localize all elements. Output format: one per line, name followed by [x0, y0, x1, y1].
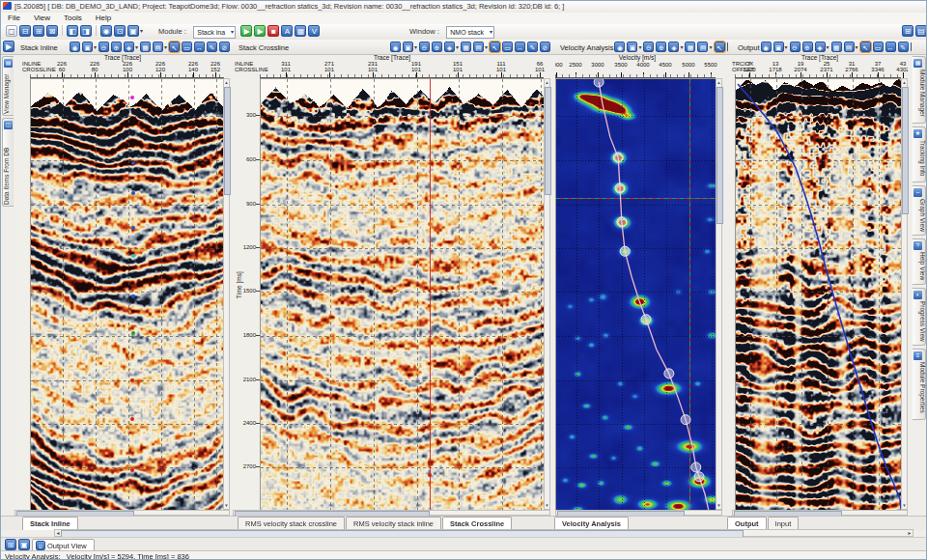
main-hscrollbar[interactable]: ◄► [54, 529, 913, 537]
run-flow-icon[interactable]: ▶ [3, 41, 14, 52]
run-all-icon[interactable]: ▶ [254, 25, 266, 37]
p2-dropdown-arrow-icon[interactable]: ▾ [485, 42, 488, 53]
p2-plot-settings-icon[interactable]: ▤ [473, 42, 484, 52]
p4-pointer-tool-icon[interactable]: ↖ [860, 42, 871, 52]
tab-stack-crossline[interactable]: Stack Crossline [442, 517, 512, 530]
velocity-view-icon[interactable]: V [308, 25, 320, 37]
menu-item-view[interactable]: View [27, 13, 57, 24]
restore-layout-icon[interactable]: ⊞ [902, 25, 913, 37]
p4-plot-settings-icon[interactable]: ▤ [844, 42, 855, 52]
tab-velocity-analysis[interactable]: Velocity Analysis [554, 517, 629, 530]
stack-crossline-display[interactable] [260, 78, 546, 512]
p4-pan-tool-icon[interactable]: ↔ [885, 42, 896, 52]
p2-refresh-display-icon[interactable]: ◉ [390, 42, 401, 52]
p2-grid-view-icon[interactable]: ▦ [461, 42, 471, 52]
p1-dropdown-arrow-icon[interactable]: ▾ [135, 42, 138, 53]
close-window-icon[interactable]: ⊠ [46, 25, 58, 37]
p2-pencil-tool-icon[interactable]: ✎ [527, 42, 538, 52]
output-display[interactable] [735, 78, 903, 512]
right-tab-progress-view[interactable]: ◐Progress View [913, 288, 926, 346]
p3-zoom-out-icon[interactable]: ⊖ [643, 42, 654, 52]
p2-pan-tool-icon[interactable]: ↔ [515, 42, 525, 52]
p3-zoom-options-icon[interactable]: ◈ [668, 42, 679, 52]
view-panel-icon[interactable]: ▣ [18, 539, 30, 550]
cascade-windows-icon[interactable]: ⊞ [33, 25, 44, 37]
p3-plot-settings-icon[interactable]: ▤ [697, 42, 708, 52]
p4-measure-tool-icon[interactable]: ⊘ [911, 42, 912, 52]
p4-rect-select-icon[interactable]: ▭ [873, 42, 884, 52]
stack-crossline-vscrollbar[interactable]: ▲▼ [544, 78, 550, 510]
p4-zoom-out-icon[interactable]: ⊖ [790, 42, 801, 52]
p1-plot-settings-icon[interactable]: ▤ [153, 42, 163, 52]
display-settings-icon[interactable]: ▣ [127, 25, 139, 37]
p1-dropdown-arrow-icon[interactable]: ▾ [164, 42, 167, 53]
p1-dropdown-arrow-icon[interactable]: ▾ [94, 42, 97, 53]
velocity-vscrollbar[interactable]: ▲▼ [716, 78, 722, 510]
p4-dropdown-arrow-icon[interactable]: ▾ [856, 42, 858, 53]
p2-zoom-out-icon[interactable]: ⊖ [419, 42, 430, 52]
panel-menu-icon[interactable]: ▤ [915, 25, 927, 37]
p3-dropdown-arrow-icon[interactable]: ▾ [638, 42, 641, 53]
dropdown-arrow-icon[interactable]: ▾ [140, 25, 143, 37]
p4-zoom-in-icon[interactable]: ⊕ [802, 42, 813, 52]
tile-windows-icon[interactable]: ⊟ [19, 25, 31, 37]
p3-dropdown-arrow-icon[interactable]: ▾ [709, 42, 712, 53]
p3-rect-select-icon[interactable]: ▭ [727, 42, 729, 52]
p1-pencil-tool-icon[interactable]: ✎ [207, 42, 217, 52]
p1-zoom-in-icon[interactable]: ⊕ [111, 42, 122, 52]
p4-grid-view-icon[interactable]: ▦ [831, 42, 842, 52]
module-select[interactable]: Stack ina [193, 26, 236, 39]
p1-refresh-display-icon[interactable]: ◉ [70, 42, 80, 52]
snapshot-icon[interactable]: ◉ [100, 25, 112, 37]
p4-pencil-tool-icon[interactable]: ✎ [898, 42, 909, 52]
step-forward-icon[interactable]: ◧ [67, 25, 78, 37]
p4-zoom-options-icon[interactable]: ◈ [815, 42, 826, 52]
p1-display-settings-icon[interactable]: ▣ [82, 42, 93, 52]
right-tab-module-manager[interactable]: ▦Module Manager [913, 56, 926, 124]
step-back-icon[interactable]: ◨ [80, 25, 92, 37]
p4-dropdown-arrow-icon[interactable]: ▾ [827, 42, 829, 53]
p2-display-settings-icon[interactable]: ▣ [403, 42, 413, 52]
window-layout-icon[interactable]: ⊞ [5, 539, 16, 550]
p4-refresh-display-icon[interactable]: ◉ [761, 42, 772, 52]
stop-flow-icon[interactable]: ■ [267, 25, 279, 37]
p3-dropdown-arrow-icon[interactable]: ▾ [680, 42, 683, 53]
window-select[interactable]: NMO stack [446, 26, 494, 39]
right-tab-tracking-info[interactable]: ★Tracking Info [913, 126, 926, 182]
p4-dropdown-arrow-icon[interactable]: ▾ [785, 42, 788, 53]
tab-stack-inline[interactable]: Stack Inline [22, 517, 78, 530]
run-flow-icon[interactable]: ▶ [240, 25, 252, 37]
p2-measure-tool-icon[interactable]: ⊘ [540, 42, 550, 52]
p3-grid-view-icon[interactable]: ▦ [685, 42, 695, 52]
p3-refresh-display-icon[interactable]: ◉ [614, 42, 625, 52]
abort-icon[interactable]: A [281, 25, 293, 37]
right-tab-graph-view[interactable]: ~Graph View [913, 185, 926, 236]
p2-dropdown-arrow-icon[interactable]: ▾ [456, 42, 459, 53]
p2-zoom-options-icon[interactable]: ◈ [444, 42, 455, 52]
new-window-icon[interactable]: ▢ [6, 25, 17, 37]
p1-pan-tool-icon[interactable]: ↔ [194, 42, 205, 52]
menu-item-tools[interactable]: Tools [57, 13, 89, 24]
right-tab-help-view[interactable]: ?Help View [913, 238, 926, 285]
p1-pointer-tool-icon[interactable]: ↖ [169, 42, 180, 52]
right-tab-module-properties[interactable]: ≡Module Properties [913, 349, 926, 420]
stack-inline-display[interactable] [30, 78, 225, 512]
p1-zoom-options-icon[interactable]: ◈ [124, 42, 134, 52]
menu-item-file[interactable]: File [1, 13, 27, 24]
p1-rect-select-icon[interactable]: ▭ [182, 42, 192, 52]
tab-rms-velocity-stack-inline[interactable]: RMS velocity stack inline [346, 517, 441, 530]
tab-rms-velocity-stack-crossline[interactable]: RMS velocity stack crossline [238, 517, 345, 530]
p3-display-settings-icon[interactable]: ▣ [627, 42, 637, 52]
p2-dropdown-arrow-icon[interactable]: ▾ [414, 42, 417, 53]
left-tab-data-items-from-db[interactable]: ◫Data Items From DB [2, 118, 14, 207]
output-vscrollbar[interactable]: ▲▼ [901, 78, 908, 510]
p1-measure-tool-icon[interactable]: ⊘ [219, 42, 230, 52]
tab-input[interactable]: Input [768, 517, 800, 530]
p1-grid-view-icon[interactable]: ▦ [140, 42, 151, 52]
p2-rect-select-icon[interactable]: ▭ [502, 42, 513, 52]
left-tab-view-manager[interactable]: ▤View Manager [2, 56, 14, 116]
menu-item-help[interactable]: Help [89, 13, 118, 24]
table-view-icon[interactable]: ▦ [295, 25, 306, 37]
p2-pointer-tool-icon[interactable]: ↖ [490, 42, 500, 52]
p4-display-settings-icon[interactable]: ▣ [773, 42, 784, 52]
